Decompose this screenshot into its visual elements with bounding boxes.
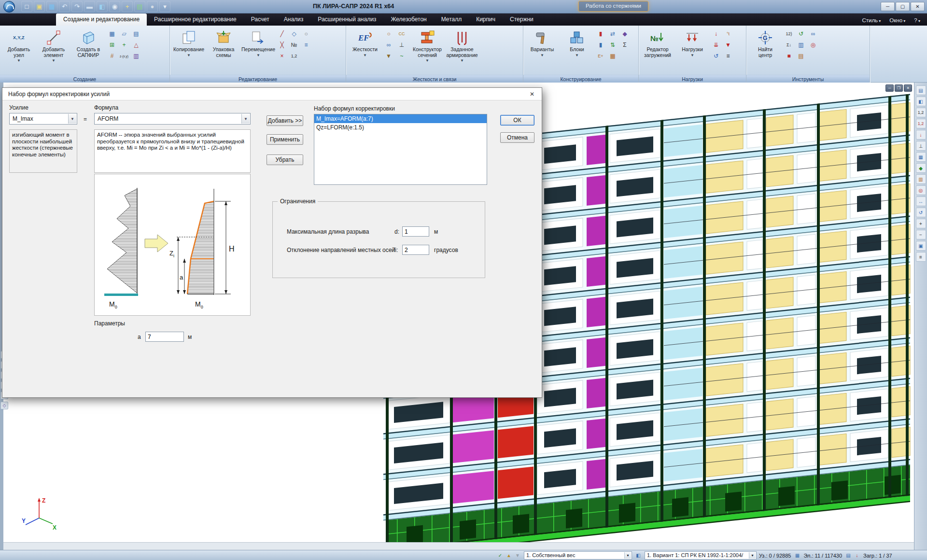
group-label-design[interactable]: Конструирование bbox=[523, 75, 638, 83]
copy-button[interactable]: Копирование▼ bbox=[171, 27, 206, 74]
mark-icon[interactable]: ◆ bbox=[619, 29, 630, 39]
table-icon[interactable]: ▥ bbox=[131, 51, 141, 61]
zoom-out-icon[interactable]: − bbox=[916, 230, 926, 239]
loads-arrow-icon[interactable]: ↓ bbox=[853, 552, 861, 560]
variants-button[interactable]: Варианты▼ bbox=[525, 27, 560, 74]
loadcase-up-icon[interactable]: ▲ bbox=[505, 552, 513, 560]
qat-customize-icon[interactable]: ▾ bbox=[159, 1, 170, 12]
redo-icon[interactable]: ↷ bbox=[71, 1, 83, 12]
add-element-button[interactable]: Добавить элемент▼ bbox=[36, 27, 71, 74]
combo-arrow-icon[interactable]: ▼ bbox=[241, 114, 250, 124]
distributed-load-icon[interactable]: ⇊ bbox=[711, 40, 721, 50]
style-menu[interactable]: Стиль bbox=[862, 17, 881, 23]
close-button[interactable]: ✕ bbox=[911, 2, 925, 11]
section-constructor-button[interactable]: Конструктор сечений▼ bbox=[410, 27, 445, 74]
dropdown-caret-icon[interactable]: ▼ bbox=[187, 53, 191, 57]
apply-button[interactable]: Применить bbox=[267, 134, 303, 145]
tab-8[interactable]: Кирпич bbox=[469, 14, 503, 26]
find-center-button[interactable]: GНайти центр bbox=[748, 27, 783, 74]
new-document-icon[interactable]: □ bbox=[21, 1, 32, 12]
loads-list-icon[interactable]: ▤ bbox=[844, 552, 852, 560]
combine-icon[interactable]: ≡ bbox=[723, 51, 733, 61]
measure-icon[interactable]: 12) bbox=[784, 29, 794, 39]
show-supports-icon[interactable]: ⊥ bbox=[916, 141, 926, 151]
info-icon[interactable]: ≡ bbox=[916, 252, 926, 262]
elements-mode-icon[interactable]: ▦ bbox=[793, 552, 801, 560]
flag-icon[interactable]: ■ bbox=[784, 51, 794, 61]
renumber-icon[interactable]: 1,2 bbox=[289, 51, 299, 61]
dropdown-caret-icon[interactable]: ▼ bbox=[460, 58, 464, 63]
group-label-stiffness[interactable]: Жесткости и связи bbox=[346, 75, 523, 83]
group-label-loads[interactable]: Нагрузки bbox=[639, 75, 746, 83]
fit-view-icon[interactable]: ▣ bbox=[916, 241, 926, 251]
report-icon[interactable]: ▤ bbox=[134, 1, 145, 12]
formula-item[interactable]: Qz=LFORM(e:1.5) bbox=[314, 123, 487, 132]
window-menu[interactable]: Окно bbox=[889, 17, 905, 23]
child-restore-button[interactable]: ❐ bbox=[895, 84, 903, 92]
bar-blue-icon[interactable]: ▮ bbox=[595, 40, 606, 50]
import-icon[interactable]: ▣ bbox=[34, 1, 45, 12]
hinge-icon[interactable]: ○ bbox=[383, 29, 394, 39]
swap-icon[interactable]: ⇄ bbox=[607, 29, 618, 39]
add-formula-button[interactable]: Добавить >> bbox=[267, 115, 303, 126]
node-plus-icon[interactable]: + bbox=[119, 40, 129, 50]
stiffness-button[interactable]: EFЖесткости▼ bbox=[348, 27, 382, 74]
axis-deviation-input[interactable] bbox=[402, 245, 429, 255]
tab-3[interactable]: Расчет bbox=[244, 14, 277, 26]
numbering-icon[interactable]: № bbox=[289, 40, 299, 50]
print-icon[interactable]: ▬ bbox=[84, 1, 95, 12]
combo-arrow-icon[interactable]: ▼ bbox=[749, 552, 756, 559]
chain-icon[interactable]: ∞ bbox=[383, 40, 394, 50]
loadcase-down-icon[interactable]: ▼ bbox=[514, 552, 521, 560]
plate-icon[interactable]: ▱ bbox=[119, 29, 129, 39]
max-gap-input[interactable] bbox=[402, 226, 429, 237]
sum-icon[interactable]: Σ bbox=[619, 40, 630, 50]
quick-tools-icon[interactable]: + bbox=[122, 1, 133, 12]
zoom-in-icon[interactable]: + bbox=[916, 219, 926, 228]
node-numbers-icon[interactable]: 1,2 bbox=[916, 108, 926, 117]
loadcase-selector[interactable]: 1. Собственный вес▼ bbox=[524, 551, 632, 560]
combo-arrow-icon[interactable]: ▼ bbox=[68, 114, 76, 124]
lasso-icon[interactable]: ○ bbox=[301, 29, 311, 39]
save-icon[interactable]: ▦ bbox=[46, 1, 57, 12]
cut-cross-icon[interactable]: ╳ bbox=[277, 40, 287, 50]
tab-5[interactable]: Расширенный анализ bbox=[310, 14, 383, 26]
snapshot-icon[interactable]: ◉ bbox=[109, 1, 120, 12]
panel-icon[interactable]: ▤ bbox=[796, 51, 806, 61]
view-3d-icon[interactable]: ◧ bbox=[97, 1, 108, 12]
dropdown-caret-icon[interactable]: ▼ bbox=[690, 53, 694, 57]
param-a-input[interactable] bbox=[145, 332, 184, 342]
dropdown-caret-icon[interactable]: ▼ bbox=[17, 58, 21, 63]
child-close-button[interactable]: ✕ bbox=[904, 84, 912, 92]
e-plus-icon[interactable]: Е+ bbox=[595, 51, 606, 61]
force-down-icon[interactable]: ↓ bbox=[711, 29, 721, 39]
maximize-button[interactable]: ▢ bbox=[896, 2, 910, 11]
sum-down-icon[interactable]: Σ↓ bbox=[784, 40, 794, 50]
polyline-icon[interactable]: ◇ bbox=[289, 29, 299, 39]
dropdown-caret-icon[interactable]: ▼ bbox=[363, 53, 367, 57]
tab-9[interactable]: Стержни bbox=[503, 14, 541, 26]
combo-arrow-icon[interactable]: ▼ bbox=[624, 552, 631, 559]
ok-button[interactable]: ОК bbox=[500, 115, 534, 126]
confirm-icon[interactable]: ✓ bbox=[496, 552, 504, 560]
tab-7[interactable]: Металл bbox=[434, 14, 469, 26]
add-node-button[interactable]: X,Y,ZДобавить узел▼ bbox=[1, 27, 36, 74]
link-icon[interactable]: ∞ bbox=[808, 29, 818, 39]
dropdown-caret-icon[interactable]: ▼ bbox=[256, 53, 260, 57]
triangulate-icon[interactable]: △ bbox=[131, 40, 141, 50]
formula-combobox[interactable]: AFORM▼ bbox=[94, 113, 251, 125]
minimize-button[interactable]: ─ bbox=[881, 2, 895, 11]
pack-scheme-button[interactable]: Упаковка схемы bbox=[206, 27, 241, 74]
cancel-button[interactable]: Отмена bbox=[500, 132, 534, 143]
variant-selector[interactable]: 1. Вариант 1: СП РК EN 1992-1-1:2004/▼ bbox=[645, 551, 757, 560]
load-editor-button[interactable]: №Редактор загружений bbox=[640, 27, 675, 74]
bar-red-icon[interactable]: ▮ bbox=[595, 29, 606, 39]
area-load-icon[interactable]: ▼ bbox=[723, 40, 733, 50]
dialog-close-icon[interactable]: ✕ bbox=[522, 88, 542, 100]
show-grid-icon[interactable]: ▦ bbox=[916, 152, 926, 162]
horizontal-scrollbar[interactable] bbox=[3, 542, 914, 550]
tab-1[interactable]: Создание и редактирование bbox=[56, 14, 147, 26]
fragment-icon[interactable]: ◎ bbox=[916, 185, 926, 195]
app-logo-icon[interactable] bbox=[3, 1, 15, 13]
dropdown-caret-icon[interactable]: ▼ bbox=[575, 53, 579, 57]
